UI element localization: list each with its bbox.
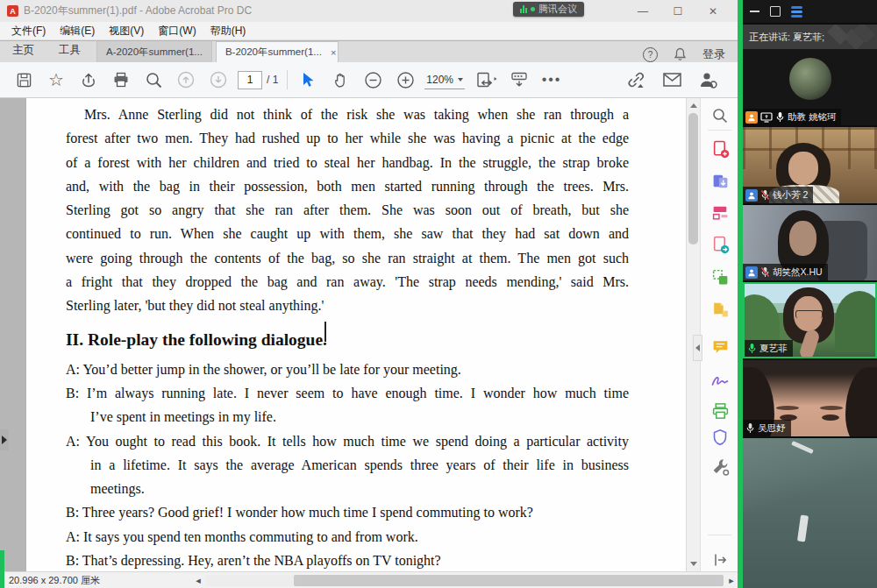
more-options-button[interactable]: ••• xyxy=(538,67,565,93)
meeting-maximize-icon[interactable] xyxy=(770,6,781,17)
menu-view[interactable]: 视图(V) xyxy=(103,22,150,40)
mic-on-icon xyxy=(775,111,785,123)
tab-close-icon[interactable]: × xyxy=(331,47,336,58)
acrobat-window: A B-2020年summer(1).pdf - Adobe Acrobat P… xyxy=(0,0,738,588)
comment-button[interactable] xyxy=(709,337,731,358)
share-link-button[interactable] xyxy=(623,67,649,93)
search-tools-button[interactable] xyxy=(709,105,731,126)
scroll-right-icon[interactable]: ▸ xyxy=(725,575,738,586)
vertical-scroll-thumb[interactable] xyxy=(688,113,698,244)
combine-files-icon xyxy=(711,268,730,287)
zoom-level-value: 120% xyxy=(426,74,453,86)
fill-and-sign-icon xyxy=(710,372,730,389)
sign-in-button[interactable]: 登录 xyxy=(702,46,725,62)
doc-tab-a-label: A-2020年summer(1... xyxy=(106,46,203,59)
doc-tab-a[interactable]: A-2020年summer(1... xyxy=(96,41,212,62)
create-pdf-button[interactable] xyxy=(709,138,731,159)
toolbar-divider xyxy=(287,70,288,89)
minimize-button[interactable]: — xyxy=(625,0,660,22)
participant-tile[interactable]: 胡笑然X.HU xyxy=(743,205,877,280)
export-pdf-button[interactable] xyxy=(709,171,731,192)
doc-tab-b-active[interactable]: B-2020年summer(1... × xyxy=(216,41,339,62)
dialogue-line: B: Three years? Good grief! I wonder how… xyxy=(66,500,629,524)
participant-tile[interactable]: 吴思妤 xyxy=(743,360,877,436)
mic-on-icon xyxy=(745,422,755,434)
save-icon xyxy=(16,72,32,89)
member-badge-icon xyxy=(745,189,758,202)
participant-video xyxy=(791,441,814,454)
meeting-minimize-icon[interactable] xyxy=(750,11,759,12)
send-for-review-button[interactable] xyxy=(709,234,731,255)
page-number-input[interactable] xyxy=(238,71,262,89)
participant-name: 助教 姚铭珂 xyxy=(788,111,836,124)
envelope-icon xyxy=(662,72,682,88)
horizontal-scroll-thumb[interactable] xyxy=(294,575,724,586)
acrobat-app-icon: A xyxy=(7,5,18,17)
tab-tools[interactable]: 工具 xyxy=(46,39,93,62)
scroll-up-icon[interactable] xyxy=(687,99,700,112)
search-button[interactable] xyxy=(140,67,167,93)
comment-icon xyxy=(711,338,730,357)
zoom-in-button[interactable] xyxy=(392,67,418,93)
favorite-star-button[interactable]: ☆ xyxy=(43,67,69,93)
scan-and-ocr-button[interactable] xyxy=(709,400,731,422)
zoom-out-icon xyxy=(364,71,382,89)
participant-tile[interactable] xyxy=(743,438,877,588)
scan-and-ocr-icon xyxy=(711,402,730,421)
hand-tool-button[interactable] xyxy=(327,67,353,93)
dialogue-line: B: That’s depressing. Hey, aren’t the NB… xyxy=(66,549,629,571)
scroll-left-icon[interactable]: ◂ xyxy=(192,575,204,586)
participant-name: 吴思妤 xyxy=(758,422,786,435)
paragraph-line: continued to run. When she caught up wit… xyxy=(66,222,629,245)
protect-button[interactable] xyxy=(709,427,731,448)
notification-bell-icon[interactable] xyxy=(674,47,687,61)
horizontal-scrollbar[interactable] xyxy=(206,575,724,586)
participant-tile[interactable]: 助教 姚铭珂 xyxy=(743,49,877,125)
send-email-button[interactable] xyxy=(659,67,685,93)
select-tool-button[interactable] xyxy=(295,67,321,93)
more-tools-button[interactable] xyxy=(709,456,731,477)
zoom-in-icon xyxy=(396,71,415,89)
save-button[interactable] xyxy=(11,67,37,93)
close-button[interactable]: ✕ xyxy=(695,0,731,22)
menu-edit[interactable]: 编辑(E) xyxy=(53,22,101,40)
menu-help[interactable]: 帮助(H) xyxy=(204,22,253,40)
left-pane-toggle[interactable] xyxy=(0,429,9,450)
maximize-button[interactable]: ☐ xyxy=(660,0,695,22)
participant-tile-active-speaker[interactable]: 夏艺菲 xyxy=(743,282,877,358)
previous-page-button[interactable] xyxy=(173,67,199,93)
organize-pages-button[interactable] xyxy=(709,299,731,320)
dialogue-line: A: You’d better jump in the shower, or y… xyxy=(66,358,629,381)
layout-switch-icon[interactable] xyxy=(791,6,802,18)
expand-panel-button[interactable] xyxy=(709,549,731,570)
pdf-page[interactable]: Mrs. Anne Sterling did not think of the … xyxy=(26,98,687,571)
page-total-label: / 1 xyxy=(267,74,278,86)
menu-bar: 文件(F) 编辑(E) 视图(V) 窗口(W) 帮助(H) xyxy=(0,22,738,40)
zoom-level-dropdown[interactable]: 120% xyxy=(424,71,465,89)
toolbars-menu-button[interactable] xyxy=(506,67,532,93)
edit-pdf-button[interactable] xyxy=(709,202,731,223)
next-page-button[interactable] xyxy=(205,67,232,93)
tab-home[interactable]: 主页 xyxy=(0,39,46,62)
edit-pdf-icon xyxy=(711,203,730,222)
menu-file[interactable]: 文件(F) xyxy=(5,22,52,40)
paragraph-line: Sterling later, 'but they did not steal … xyxy=(66,294,629,317)
scroll-down-icon[interactable] xyxy=(687,557,700,570)
tencent-meeting-badge[interactable]: 腾讯会议 xyxy=(513,2,584,17)
participant-tile[interactable]: 钱小芳 2 xyxy=(743,127,877,203)
participant-name: 夏艺菲 xyxy=(759,343,788,355)
dialogue-line: in a lifetime. It says the average Ameri… xyxy=(66,453,629,477)
meeting-badge-label: 腾讯会议 xyxy=(538,3,577,16)
menu-window[interactable]: 窗口(W) xyxy=(152,22,202,40)
share-file-button[interactable] xyxy=(75,67,102,93)
help-icon[interactable]: ? xyxy=(643,47,658,62)
fill-and-sign-button[interactable] xyxy=(709,370,731,391)
tools-panel-rail xyxy=(700,98,738,588)
fit-width-button[interactable] xyxy=(474,67,500,93)
sign-people-button[interactable] xyxy=(695,67,721,93)
combine-files-button[interactable] xyxy=(709,266,731,287)
panel-collapse-handle[interactable] xyxy=(693,335,702,361)
print-button[interactable] xyxy=(108,67,134,93)
zoom-out-button[interactable] xyxy=(360,67,386,93)
tab-bar: 主页 工具 A-2020年summer(1... B-2020年summer(1… xyxy=(0,41,738,62)
